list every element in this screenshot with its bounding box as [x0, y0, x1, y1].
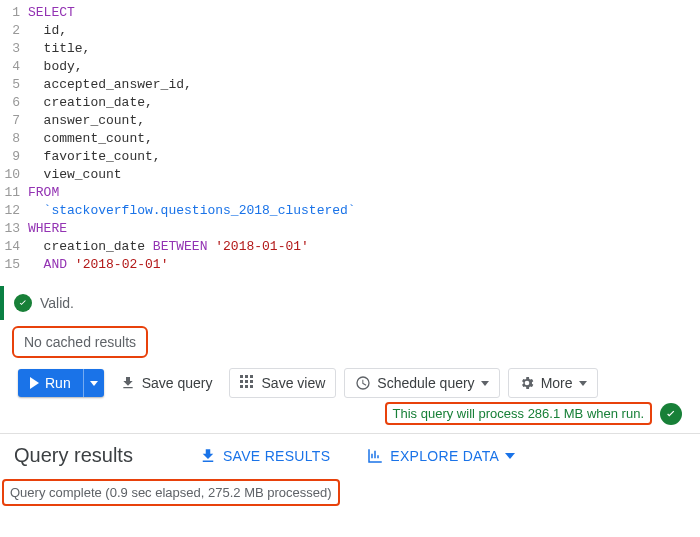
gear-icon: [519, 375, 535, 391]
schedule-query-button[interactable]: Schedule query: [344, 368, 499, 398]
caret-down-icon: [579, 381, 587, 386]
schedule-label: Schedule query: [377, 375, 474, 391]
more-label: More: [541, 375, 573, 391]
results-title: Query results: [14, 444, 133, 467]
caret-down-icon: [505, 453, 515, 459]
sql-editor[interactable]: 123456789101112131415 SELECT id, title, …: [0, 0, 700, 282]
grid-icon: [240, 375, 256, 391]
clock-icon: [355, 375, 371, 391]
results-header: Query results SAVE RESULTS EXPLORE DATA: [0, 434, 700, 471]
check-icon: [660, 403, 682, 425]
check-icon: [14, 294, 32, 312]
save-view-label: Save view: [262, 375, 326, 391]
caret-down-icon: [481, 381, 489, 386]
run-dropdown[interactable]: [83, 369, 104, 397]
process-row: This query will process 286.1 MB when ru…: [0, 400, 700, 433]
run-button[interactable]: Run: [18, 369, 104, 397]
cache-notice: No cached results: [12, 326, 148, 358]
more-button[interactable]: More: [508, 368, 598, 398]
query-complete: Query complete (0.9 sec elapsed, 275.2 M…: [2, 479, 340, 506]
chart-icon: [366, 447, 384, 465]
caret-down-icon: [90, 381, 98, 386]
toolbar: Run Save query Save view Schedule query …: [0, 362, 700, 400]
process-estimate: This query will process 286.1 MB when ru…: [385, 402, 652, 425]
download-icon: [199, 447, 217, 465]
code-area[interactable]: SELECT id, title, body, accepted_answer_…: [28, 4, 356, 274]
explore-data-button[interactable]: EXPLORE DATA: [366, 447, 515, 465]
validation-label: Valid.: [40, 295, 74, 311]
save-results-button[interactable]: SAVE RESULTS: [199, 447, 330, 465]
play-icon: [30, 377, 39, 389]
run-label: Run: [45, 375, 71, 391]
save-query-label: Save query: [142, 375, 213, 391]
validation-row: Valid.: [0, 286, 700, 320]
save-query-button[interactable]: Save query: [112, 369, 221, 397]
save-results-label: SAVE RESULTS: [223, 448, 330, 464]
download-icon: [120, 375, 136, 391]
save-view-button[interactable]: Save view: [229, 368, 337, 398]
explore-data-label: EXPLORE DATA: [390, 448, 499, 464]
line-gutter: 123456789101112131415: [0, 4, 28, 274]
